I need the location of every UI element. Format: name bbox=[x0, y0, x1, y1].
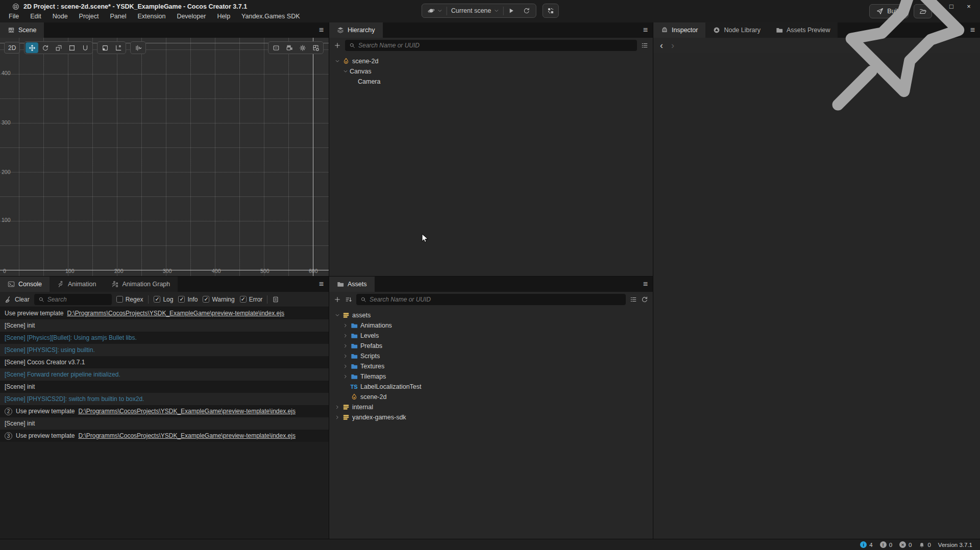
camera-view-button[interactable] bbox=[283, 42, 296, 53]
tab-node-library[interactable]: Node Library bbox=[705, 22, 768, 38]
create-asset-button[interactable] bbox=[334, 296, 341, 303]
chevron-right-icon[interactable] bbox=[341, 373, 350, 380]
scene-viewport[interactable]: 4003002001000100200300400500600 2D bbox=[0, 38, 329, 276]
rect-tool-button[interactable] bbox=[65, 42, 78, 53]
filter-warning[interactable]: Warning bbox=[203, 296, 234, 303]
chevron-right-icon[interactable] bbox=[341, 342, 350, 349]
history-forward-button[interactable]: › bbox=[671, 41, 674, 50]
gizmo-settings-tool-button[interactable] bbox=[132, 42, 144, 53]
chevron-right-icon[interactable] bbox=[333, 404, 341, 411]
tab-scene[interactable]: Scene bbox=[0, 22, 44, 38]
chevron-right-icon[interactable] bbox=[341, 363, 350, 370]
checkbox[interactable] bbox=[178, 296, 185, 303]
wrap-lines-button[interactable] bbox=[272, 296, 279, 303]
filter-error[interactable]: Error bbox=[240, 296, 263, 303]
preview-platform-button[interactable] bbox=[424, 4, 447, 17]
checkbox[interactable] bbox=[154, 296, 160, 303]
tree-item-scripts[interactable]: Scripts bbox=[329, 351, 653, 361]
log-row[interactable]: [Scene] [PHYSICS2D]: switch from builtin… bbox=[0, 393, 329, 405]
log-row[interactable]: Use preview template D:\Programms\CocosP… bbox=[0, 307, 329, 319]
tree-item-labellocalizationtest[interactable]: TSLabelLocalizationTest bbox=[329, 382, 653, 392]
tab-hierarchy[interactable]: Hierarchy bbox=[329, 22, 383, 38]
tree-item-textures[interactable]: Textures bbox=[329, 361, 653, 371]
preview-devices-button[interactable] bbox=[542, 4, 558, 18]
pin-icon[interactable] bbox=[821, 0, 974, 122]
log-file-link[interactable]: D:\Programms\CocosProjects\YSDK_ExampleG… bbox=[67, 310, 284, 317]
tab-animation[interactable]: Animation bbox=[50, 277, 104, 292]
log-row[interactable]: [Scene] Cocos Creator v3.7.1 bbox=[0, 356, 329, 368]
tree-item-camera[interactable]: Camera bbox=[329, 77, 653, 87]
menu-developer[interactable]: Developer bbox=[171, 11, 211, 21]
chevron-right-icon[interactable] bbox=[341, 322, 350, 329]
log-row[interactable]: [Scene] [Physics][Bullet]: Using asmjs B… bbox=[0, 332, 329, 344]
console-menu-button[interactable]: ≡ bbox=[319, 277, 324, 292]
snap-grid-tool-button[interactable] bbox=[99, 42, 111, 53]
log-row[interactable]: [Scene] [PHYSICS]: using builtin. bbox=[0, 344, 329, 356]
checkbox[interactable] bbox=[116, 296, 123, 303]
assets-search-input[interactable] bbox=[370, 296, 622, 303]
chevron-right-icon[interactable] bbox=[341, 353, 350, 360]
assets-list-view-button[interactable] bbox=[630, 296, 637, 303]
hierarchy-list-view-button[interactable] bbox=[641, 42, 648, 49]
menu-help[interactable]: Help bbox=[211, 11, 236, 21]
grid-gear-view-button[interactable] bbox=[309, 42, 322, 53]
chevron-down-icon[interactable] bbox=[333, 312, 341, 319]
tab-assets[interactable]: Assets bbox=[329, 277, 375, 292]
checkbox[interactable] bbox=[203, 296, 209, 303]
hierarchy-menu-button[interactable]: ≡ bbox=[643, 22, 648, 38]
scale-tool-button[interactable] bbox=[52, 42, 65, 53]
menu-node[interactable]: Node bbox=[47, 11, 74, 21]
log-row[interactable]: 3Use preview template D:\Programms\Cocos… bbox=[0, 430, 329, 442]
snap-rotate-tool-button[interactable] bbox=[112, 42, 125, 53]
assets-menu-button[interactable]: ≡ bbox=[643, 277, 648, 292]
filter-info[interactable]: Info bbox=[178, 296, 198, 303]
tree-item-internal[interactable]: internal bbox=[329, 402, 653, 412]
notification-count[interactable]: 0 bbox=[919, 542, 930, 548]
log-row[interactable]: [Scene] Forward render pipeline initiali… bbox=[0, 368, 329, 381]
filter-regex[interactable]: Regex bbox=[116, 296, 143, 303]
tree-item-yandex-games-sdk[interactable]: yandex-games-sdk bbox=[329, 412, 653, 422]
tree-item-tilemaps[interactable]: Tilemaps bbox=[329, 371, 653, 382]
tree-item-canvas[interactable]: Canvas bbox=[329, 66, 653, 77]
history-back-button[interactable]: ‹ bbox=[660, 41, 663, 50]
menu-edit[interactable]: Edit bbox=[24, 11, 47, 21]
console-search-input[interactable] bbox=[47, 296, 108, 303]
log-file-link[interactable]: D:\Programms\CocosProjects\YSDK_ExampleG… bbox=[78, 432, 296, 439]
chevron-right-icon[interactable] bbox=[341, 332, 350, 339]
move-tool-button[interactable] bbox=[26, 42, 38, 53]
border-view-button[interactable] bbox=[270, 42, 282, 53]
mode-2d-button[interactable]: 2D bbox=[4, 42, 20, 54]
log-file-link[interactable]: D:\Programms\CocosProjects\YSDK_ExampleG… bbox=[78, 408, 296, 415]
checkbox[interactable] bbox=[240, 296, 247, 303]
menu-file[interactable]: File bbox=[3, 11, 24, 21]
create-node-button[interactable] bbox=[334, 42, 341, 49]
menu-yandex-games-sdk[interactable]: Yandex.Games SDK bbox=[236, 11, 305, 21]
scene-menu-button[interactable]: ≡ bbox=[319, 22, 324, 38]
tree-item-scene-2d[interactable]: scene-2d bbox=[329, 56, 653, 66]
error-count[interactable]: × 0 bbox=[899, 541, 912, 548]
tab-console[interactable]: Console bbox=[0, 277, 50, 292]
info-count[interactable]: i 4 bbox=[860, 541, 872, 548]
play-button[interactable] bbox=[503, 4, 519, 17]
sort-assets-button[interactable] bbox=[345, 296, 352, 303]
rotate-tool-button[interactable] bbox=[39, 42, 52, 53]
menu-panel[interactable]: Panel bbox=[105, 11, 132, 21]
hierarchy-search-input[interactable] bbox=[358, 42, 633, 49]
menu-project[interactable]: Project bbox=[74, 11, 105, 21]
chevron-down-icon[interactable] bbox=[341, 68, 350, 75]
tab-animation-graph[interactable]: Animation Graph bbox=[104, 277, 178, 292]
warning-count[interactable]: ! 0 bbox=[880, 541, 892, 548]
log-row[interactable]: [Scene] init bbox=[0, 319, 329, 332]
reload-button[interactable] bbox=[519, 4, 534, 17]
filter-log[interactable]: Log bbox=[154, 296, 173, 303]
log-row[interactable]: [Scene] init bbox=[0, 417, 329, 430]
tree-item-prefabs[interactable]: Prefabs bbox=[329, 341, 653, 351]
chevron-down-icon[interactable] bbox=[333, 58, 341, 65]
tree-item-animations[interactable]: Animations bbox=[329, 320, 653, 331]
u-transform-tool-button[interactable] bbox=[79, 42, 91, 53]
tree-item-scene-2d[interactable]: scene-2d bbox=[329, 392, 653, 402]
chevron-right-icon[interactable] bbox=[333, 414, 341, 421]
menu-extension[interactable]: Extension bbox=[132, 11, 171, 21]
log-row[interactable]: 2Use preview template D:\Programms\Cocos… bbox=[0, 405, 329, 417]
refresh-assets-button[interactable] bbox=[641, 296, 648, 303]
